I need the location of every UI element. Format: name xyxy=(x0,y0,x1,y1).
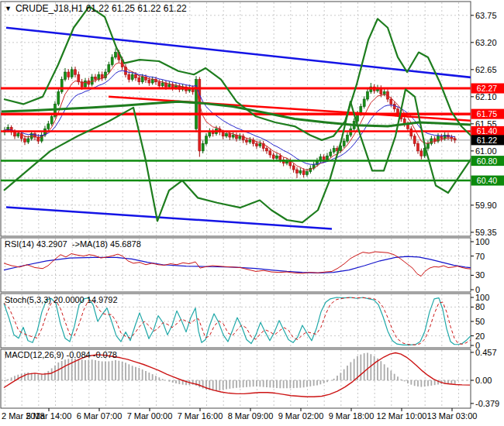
svg-text:60.80: 60.80 xyxy=(477,156,497,166)
svg-text:63.20: 63.20 xyxy=(475,38,497,47)
svg-text:60.40: 60.40 xyxy=(477,176,497,185)
price-axis: 63.7563.2062.6562.1061.5561.0059.9059.35… xyxy=(471,11,504,408)
svg-text:9 Mar 02:00: 9 Mar 02:00 xyxy=(278,411,324,421)
price-level-label: 62.27 xyxy=(471,84,504,94)
svg-text:61.40: 61.40 xyxy=(477,126,497,136)
trading-chart-window: 63.7563.2062.6562.1061.5561.0059.9059.35… xyxy=(0,0,504,426)
price-level-label: 60.40 xyxy=(471,176,504,186)
svg-text:61.22: 61.22 xyxy=(477,136,497,145)
svg-text:7 Mar 00:00: 7 Mar 00:00 xyxy=(127,411,173,421)
time-axis: 2 Mar 20185 Mar 14:006 Mar 07:007 Mar 00… xyxy=(2,408,477,421)
svg-text:62.27: 62.27 xyxy=(477,84,497,93)
svg-text:7 Mar 16:00: 7 Mar 16:00 xyxy=(178,411,223,421)
svg-text:13 Mar 03:00: 13 Mar 03:00 xyxy=(427,411,478,421)
svg-text:8 Mar 09:00: 8 Mar 09:00 xyxy=(228,411,274,421)
svg-text:62.10: 62.10 xyxy=(475,92,497,101)
price-level-label: 61.75 xyxy=(471,109,504,119)
svg-text:0.457: 0.457 xyxy=(475,348,497,357)
svg-text:59.90: 59.90 xyxy=(475,201,497,210)
svg-text:12 Mar 10:00: 12 Mar 10:00 xyxy=(377,411,427,421)
svg-text:30: 30 xyxy=(475,270,485,280)
svg-text:6 Mar 07:00: 6 Mar 07:00 xyxy=(77,411,123,421)
svg-text:-0.379: -0.379 xyxy=(475,399,499,408)
stochastic-panel-label: Stoch(5,3,3) 20.0000 14.9792 xyxy=(5,295,118,304)
svg-text:100: 100 xyxy=(475,293,489,302)
svg-text:63.75: 63.75 xyxy=(475,11,497,20)
svg-text:59.35: 59.35 xyxy=(475,228,497,237)
svg-text:50: 50 xyxy=(475,317,485,326)
symbol-dropdown-arrow[interactable]: ▼ xyxy=(5,5,12,12)
chart-title: ▼CRUDE_J18,H1 61.22 61.25 61.22 61.22 xyxy=(5,3,187,14)
svg-text:5 Mar 14:00: 5 Mar 14:00 xyxy=(26,411,72,421)
svg-text:61.75: 61.75 xyxy=(477,109,497,119)
symbol-name: CRUDE_J18,H1 xyxy=(16,3,83,14)
svg-text:20: 20 xyxy=(475,332,485,341)
ohlc-quotes: 61.22 61.25 61.22 61.22 xyxy=(86,3,187,14)
price-level-label: 60.80 xyxy=(471,156,504,166)
svg-text:61.00: 61.00 xyxy=(475,146,497,156)
rsi-panel-label: RSI(14) 43.2907 ->MA(18) 45.6878 xyxy=(5,239,141,249)
macd-panel-label: MACD(12,26,9) -0.084 -0.078 xyxy=(5,350,117,359)
svg-text:100: 100 xyxy=(475,237,489,246)
svg-text:80: 80 xyxy=(475,302,485,311)
svg-text:62.65: 62.65 xyxy=(475,65,497,74)
price-level-label: 61.22 xyxy=(471,135,504,145)
svg-text:70: 70 xyxy=(475,252,485,261)
svg-text:9 Mar 18:00: 9 Mar 18:00 xyxy=(329,411,375,421)
svg-text:0.00: 0.00 xyxy=(475,376,492,385)
chart-canvas[interactable]: 63.7563.2062.6562.1061.5561.0059.9059.35… xyxy=(0,0,504,426)
